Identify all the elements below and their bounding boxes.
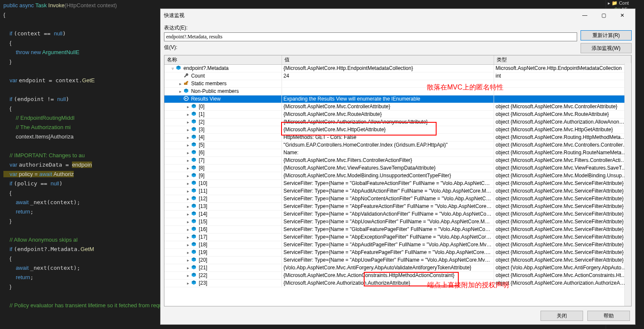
expand-icon[interactable]: ▸ bbox=[186, 103, 190, 110]
row-name: [15] bbox=[199, 219, 207, 225]
cube-icon bbox=[191, 127, 197, 132]
watch-row[interactable]: ▸ [7]{Microsoft.AspNetCore.Mvc.Filters.C… bbox=[164, 157, 631, 164]
row-type: object {Microsoft.AspNetCore.Mvc.ModelBi… bbox=[494, 172, 631, 180]
expand-icon[interactable]: ▸ bbox=[186, 280, 190, 287]
row-value: ServiceFilter: Type={Name = "AbpValidati… bbox=[282, 211, 494, 218]
expand-icon[interactable]: ▸ bbox=[178, 80, 182, 87]
watch-row[interactable]: ▸ [9]{Microsoft.AspNetCore.Mvc.ModelBind… bbox=[164, 172, 631, 180]
watch-row[interactable]: ▸ [1]{Microsoft.AspNetCore.Mvc.RouteAttr… bbox=[164, 111, 631, 118]
watch-row[interactable]: ▸ [20]ServiceFilter: Type={Name = "AbpUo… bbox=[164, 257, 631, 264]
watch-row[interactable]: ▸ Static members bbox=[164, 80, 631, 88]
watch-row[interactable]: ▸ [6]Name:object {Microsoft.AspNetCore.R… bbox=[164, 149, 631, 157]
titlebar[interactable]: 快速监视 — ▢ ✕ bbox=[161, 9, 635, 22]
solution-item[interactable]: ▸ 📁 Cont bbox=[606, 0, 644, 6]
add-watch-button[interactable]: 添加监视(W) bbox=[581, 43, 632, 53]
watch-grid[interactable]: 名称 值 类型 ▿ endpoint?.Metadata{Microsoft.A… bbox=[164, 55, 632, 306]
expand-icon[interactable]: ▸ bbox=[186, 234, 190, 241]
watch-row[interactable]: ▸ [12]ServiceFilter: Type={Name = "AbpNo… bbox=[164, 195, 631, 203]
expand-icon[interactable]: ▸ bbox=[186, 118, 190, 126]
expand-icon[interactable]: ▸ bbox=[186, 141, 190, 149]
watch-row[interactable]: ▸ [16]ServiceFilter: Type={Name = "Globa… bbox=[164, 226, 631, 234]
expand-icon[interactable]: ▸ bbox=[186, 264, 190, 271]
watch-row[interactable]: ▿ endpoint?.Metadata{Microsoft.AspNetCor… bbox=[164, 65, 631, 72]
watch-row[interactable]: ▸ [15]ServiceFilter: Type={Name = "AbpUo… bbox=[164, 218, 631, 226]
row-value: ServiceFilter: Type={Name = "GlobalFeatu… bbox=[282, 180, 494, 188]
watch-row[interactable]: ▸ [14]ServiceFilter: Type={Name = "AbpVa… bbox=[164, 211, 631, 218]
watch-row[interactable]: ▸ [17]ServiceFilter: Type={Name = "AbpEx… bbox=[164, 234, 631, 241]
cube-icon bbox=[191, 173, 197, 178]
cube-icon bbox=[191, 280, 197, 285]
row-value: {Microsoft.AspNetCore.Mvc.RouteAttribute… bbox=[282, 111, 494, 118]
row-type: object {Microsoft.AspNetCore.Mvc.Service… bbox=[494, 180, 631, 188]
expand-icon[interactable]: ▿ bbox=[178, 95, 182, 103]
expand-icon[interactable]: ▸ bbox=[186, 249, 190, 256]
row-type: object {Microsoft.AspNetCore.Mvc.Control… bbox=[494, 103, 631, 111]
row-name: [2] bbox=[199, 119, 204, 125]
row-value: ServiceFilter: Type={Name = "AbpFeatureA… bbox=[282, 203, 494, 211]
expand-icon[interactable]: ▸ bbox=[186, 111, 190, 118]
annotation-box-top bbox=[281, 122, 437, 136]
row-name: [13] bbox=[199, 203, 207, 209]
reevaluate-button[interactable]: 重新计算(R) bbox=[581, 30, 632, 40]
row-type: object {Microsoft.AspNetCore.Mvc.Service… bbox=[494, 241, 631, 249]
watch-row[interactable]: ▸ Non-Public members bbox=[164, 88, 631, 95]
watch-row[interactable]: ▸ [21]{Volo.Abp.AspNetCore.Mvc.AntiForge… bbox=[164, 264, 631, 272]
expand-icon[interactable]: ▸ bbox=[186, 257, 190, 264]
col-value[interactable]: 值 bbox=[282, 55, 494, 65]
minimize-button[interactable]: — bbox=[575, 9, 594, 21]
help-button[interactable]: 帮助 bbox=[587, 311, 630, 321]
cube-icon bbox=[191, 188, 197, 193]
row-type: object {Microsoft.AspNetCore.Mvc.Service… bbox=[494, 195, 631, 203]
watch-row[interactable]: ▸ [5]"Gridsum.EAP.Controllers.HomeContro… bbox=[164, 141, 631, 149]
watch-row[interactable]: ▸ [10]ServiceFilter: Type={Name = "Globa… bbox=[164, 180, 631, 188]
expand-icon[interactable]: ▸ bbox=[186, 272, 190, 279]
watch-row[interactable]: ▸ [0]{Microsoft.AspNetCore.Mvc.Controlle… bbox=[164, 103, 631, 111]
expand-icon[interactable]: ▿ bbox=[170, 65, 175, 72]
expand-icon[interactable]: ▸ bbox=[186, 188, 190, 195]
row-value: {Volo.Abp.AspNetCore.Mvc.AntiForgery.Abp… bbox=[282, 264, 494, 272]
maximize-button[interactable]: ▢ bbox=[594, 9, 613, 21]
expand-icon[interactable]: ▸ bbox=[186, 241, 190, 248]
close-button[interactable]: ✕ bbox=[613, 9, 632, 21]
row-name: [9] bbox=[199, 173, 204, 179]
watch-row[interactable]: ▿ Results ViewExpanding the Results View… bbox=[164, 95, 631, 103]
row-type bbox=[494, 95, 631, 103]
watch-row[interactable]: ▸ [13]ServiceFilter: Type={Name = "AbpFe… bbox=[164, 203, 631, 211]
watch-row[interactable]: ▸ [19]ServiceFilter: Type={Name = "AbpFe… bbox=[164, 249, 631, 257]
row-value: ServiceFilter: Type={Name = "GlobalFeatu… bbox=[282, 226, 494, 234]
expand-icon[interactable]: ▸ bbox=[186, 164, 190, 172]
cube-icon bbox=[184, 88, 190, 93]
expand-icon[interactable]: ▸ bbox=[178, 88, 182, 95]
watch-row[interactable]: Count24int bbox=[164, 72, 631, 80]
cube-icon bbox=[191, 104, 197, 109]
expand-icon[interactable]: ▸ bbox=[186, 218, 190, 225]
cube-icon bbox=[176, 65, 182, 70]
expand-icon[interactable]: ▸ bbox=[186, 211, 190, 218]
expand-icon[interactable]: ▸ bbox=[186, 126, 190, 133]
expand-icon[interactable]: ▸ bbox=[186, 157, 190, 164]
cube-icon bbox=[191, 257, 197, 262]
col-name[interactable]: 名称 bbox=[164, 55, 282, 65]
watch-row[interactable]: ▸ [11]ServiceFilter: Type={Name = "AbpAu… bbox=[164, 188, 631, 195]
row-value: Name: bbox=[282, 149, 494, 157]
row-name: Non-Public members bbox=[191, 88, 239, 94]
row-value: 24 bbox=[282, 72, 494, 80]
expand-icon[interactable]: ▸ bbox=[186, 203, 190, 210]
watch-row[interactable]: ▸ [18]ServiceFilter: Type={Name = "AbpAu… bbox=[164, 241, 631, 249]
expand-icon[interactable]: ▸ bbox=[186, 195, 190, 202]
row-name: [8] bbox=[199, 165, 204, 171]
vertical-scrollbar[interactable] bbox=[624, 63, 631, 306]
expression-input[interactable] bbox=[164, 32, 577, 41]
expand-icon[interactable]: ▸ bbox=[186, 149, 190, 156]
cube-icon bbox=[191, 119, 197, 124]
row-value: ServiceFilter: Type={Name = "AbpAuditPag… bbox=[282, 241, 494, 249]
row-type bbox=[494, 88, 631, 95]
expand-icon[interactable]: ▸ bbox=[186, 226, 190, 233]
watch-row[interactable]: ▸ [8]{Microsoft.AspNetCore.Mvc.ViewFeatu… bbox=[164, 164, 631, 172]
col-type[interactable]: 类型 bbox=[494, 55, 631, 65]
expand-icon[interactable]: ▸ bbox=[186, 172, 190, 179]
expand-icon[interactable]: ▸ bbox=[186, 180, 190, 187]
expand-icon[interactable]: ▸ bbox=[186, 134, 190, 141]
row-value: Expanding the Results View will enumerat… bbox=[282, 95, 494, 103]
close-dialog-button[interactable]: 关闭 bbox=[540, 311, 583, 321]
